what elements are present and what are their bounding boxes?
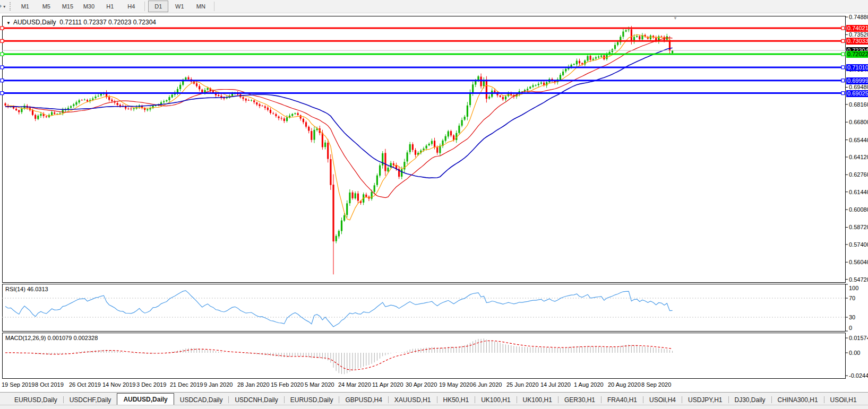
date-axis-label: 9 Jan 2020 (204, 381, 233, 388)
hline-price-label: 0.69999 (846, 77, 868, 84)
chart-tab-uk100-h1[interactable]: UK100,H1 (475, 395, 516, 405)
chart-ohlc-values: 0.72111 0.72337 0.72023 0.72304 (59, 19, 156, 26)
hline-price-label: 0.73033 (846, 38, 868, 45)
date-axis-label: 8 Oct 2019 (35, 381, 64, 388)
price-axis-tick: 0.73520 (849, 31, 868, 38)
timeframe-button-h1[interactable]: H1 (100, 1, 120, 12)
chart-symbol-text: AUDUSD,Daily (13, 19, 56, 26)
rsi-label: RSI(14) 46.0313 (5, 286, 48, 292)
chart-tab-usoil-h4[interactable]: USOil,H4 (643, 395, 682, 405)
price-axis-tick: 0.60080 (849, 206, 868, 213)
price-axis-tick: 0.54720 (849, 276, 868, 283)
chart-tab-bar: EURUSD,DailyUSDCHF,DailyAUDUSD,DailyUSDC… (0, 392, 868, 405)
date-axis-label: 11 Apr 2020 (372, 381, 403, 388)
status-strip (0, 405, 868, 409)
chart-tab-usdcnh-daily[interactable]: USDCNH,Daily (229, 395, 283, 405)
hline-price-label: 0.69025 (846, 90, 868, 97)
price-axis-tick: 0.62760 (849, 171, 868, 178)
timeframe-button-h4[interactable]: H4 (121, 1, 141, 12)
macd-axis-tick: 0.00 (849, 350, 860, 356)
chart-tab-uk100-h1[interactable]: UK100,H1 (517, 395, 558, 405)
crosshair-glyph: ⌖ (0, 2, 2, 11)
price-axis-tick: 0.65440 (849, 137, 868, 143)
chart-tab-hk50-h1[interactable]: HK50,H1 (437, 395, 475, 405)
chart-tab-usdcad-daily[interactable]: USDCAD,Daily (174, 395, 229, 405)
chart-symbol-label: ▼AUDUSD,Daily 0.72111 0.72337 0.72023 0.… (6, 19, 156, 26)
date-axis-label: 14 Jul 2020 (540, 381, 571, 388)
rsi-axis-tick: 0 (849, 325, 852, 331)
chart-tab-usdchf-daily[interactable]: USDCHF,Daily (64, 395, 117, 405)
hline-price-label: 0.74021 (846, 25, 868, 32)
timeframe-button-m15[interactable]: M15 (57, 1, 78, 12)
date-axis-label: 28 Jan 2020 (237, 381, 270, 388)
rsi-indicator-pane[interactable] (2, 284, 846, 332)
date-axis-label: 3 Dec 2019 (136, 381, 166, 388)
timeframe-button-w1[interactable]: W1 (169, 1, 190, 12)
date-axis-label: 1 Aug 2020 (574, 381, 604, 388)
toolbar-grip-handle[interactable] (10, 2, 11, 11)
date-axis-label: 21 Dec 2019 (170, 381, 203, 388)
rsi-axis-tick: 70 (849, 295, 855, 301)
chart-tab-eurusd-daily[interactable]: EURUSD,Daily (285, 395, 339, 405)
price-axis-tick: 0.74880 (849, 14, 868, 20)
date-axis-label: 19 May 2020 (439, 381, 473, 388)
toolbar-separator (214, 2, 214, 11)
crosshair-tool-icon[interactable]: ⌖ ▾ (0, 2, 7, 11)
chart-tab-fra40-h1[interactable]: FRA40,H1 (601, 395, 643, 405)
date-axis-label: 26 Oct 2019 (69, 381, 101, 388)
hline-price-label: 0.71010 (846, 64, 868, 71)
date-axis-label: 5 Mar 2020 (305, 381, 334, 388)
chart-tab-audusd-daily[interactable]: AUDUSD,Daily (117, 393, 174, 405)
macd-axis-tick: -0.02441 (849, 372, 868, 379)
date-axis-label: 24 Mar 2020 (338, 381, 371, 388)
date-axis-label: 25 Jun 2020 (506, 381, 539, 388)
timeframe-button-m5[interactable]: M5 (36, 1, 56, 12)
chart-tab-ger30-h1[interactable]: GER30,H1 (558, 395, 601, 405)
date-axis-label: 6 Jun 2020 (473, 381, 502, 388)
chart-tab-usoil-h1[interactable]: USOil,H1 (824, 395, 863, 405)
price-axis-tick: 0.66800 (849, 119, 868, 125)
tool-dropdown-caret-icon[interactable]: ▾ (3, 4, 5, 9)
chart-tab-china300-h1[interactable]: CHINA300,H1 (772, 395, 824, 405)
timeframe-button-m30[interactable]: M30 (79, 1, 99, 12)
main-chart-pane[interactable] (2, 16, 846, 283)
chart-shift-marker-icon[interactable]: ▼ (673, 16, 677, 21)
chart-tab-usdjpy-h1[interactable]: USDJPY,H1 (682, 395, 728, 405)
price-axis-tick: 0.68160 (849, 101, 868, 108)
date-axis-label: 19 Sep 2019 (2, 381, 35, 388)
collapse-icon[interactable]: ▼ (6, 21, 11, 25)
hline-price-label: 0.72022 (846, 51, 868, 58)
chart-tab-xauusd-h1[interactable]: XAUUSD,H1 (389, 395, 437, 405)
date-axis-label: 20 Aug 2020 (608, 381, 641, 388)
price-axis-tick: 0.58720 (849, 224, 868, 230)
price-axis-tick: 0.64120 (849, 154, 868, 160)
price-axis-tick: 0.61440 (849, 189, 868, 195)
macd-label: MACD(12,26,9) 0.001079 0.002328 (5, 335, 98, 341)
chart-tab-eurusd-daily[interactable]: EURUSD,Daily (8, 395, 63, 405)
price-axis-tick: 0.56040 (849, 259, 868, 265)
date-axis-label: 8 Sep 2020 (641, 381, 671, 388)
timeframe-bar: M1M5M15M30H1H4D1W1MN (14, 1, 217, 12)
price-axis-tick: 0.57400 (849, 241, 868, 248)
rsi-axis-tick: 100 (849, 285, 858, 291)
toolbar-separator (144, 2, 145, 11)
top-toolbar: ⌖ ▾ M1M5M15M30H1H4D1W1MN (0, 0, 868, 13)
rsi-axis-tick: 30 (849, 314, 855, 320)
date-axis-label: 14 Nov 2019 (102, 381, 135, 388)
timeframe-button-m1[interactable]: M1 (15, 1, 35, 12)
chart-tab-dj30-daily[interactable]: DJ30,Daily (729, 395, 771, 405)
price-axis-tick: 0.69480 (849, 84, 868, 90)
date-axis-label: 30 Apr 2020 (406, 381, 437, 388)
timeframe-button-d1[interactable]: D1 (148, 1, 168, 12)
date-axis-label: 15 Feb 2020 (271, 381, 304, 388)
macd-axis-tick: 0.015741 (849, 335, 868, 341)
chart-tab-gbpusd-h4[interactable]: GBPUSD,H4 (339, 395, 388, 405)
timeframe-button-mn[interactable]: MN (191, 1, 211, 12)
macd-indicator-pane[interactable] (2, 333, 846, 379)
